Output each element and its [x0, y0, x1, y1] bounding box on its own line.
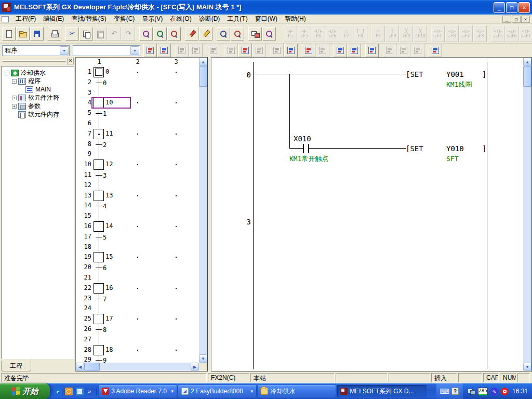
device-combo[interactable]: ▼: [73, 45, 140, 56]
write-mode-button[interactable]: [185, 27, 198, 41]
menu-1[interactable]: 工程(F): [12, 14, 39, 24]
menu-9[interactable]: 窗口(W): [251, 14, 281, 24]
scheduler-icon[interactable]: [65, 388, 73, 395]
menu-4[interactable]: 变换(C): [110, 14, 139, 24]
open-project-button[interactable]: [16, 27, 30, 41]
sfc-scroll-down-icon[interactable]: ▼: [199, 354, 207, 363]
window-jump-2-button[interactable]: [348, 44, 361, 57]
instruction-find-button[interactable]: [167, 27, 181, 41]
taskbar-task-1[interactable]: 3 Adobe Reader 7.0▾: [99, 385, 177, 397]
print-button[interactable]: [48, 27, 61, 41]
monitor-display-button[interactable]: [429, 44, 442, 57]
mdi-minimize-button[interactable]: _: [502, 16, 511, 23]
tree-expander-icon[interactable]: +: [12, 96, 17, 100]
sfc-step[interactable]: [94, 221, 104, 232]
mdi-child-icon[interactable]: [2, 16, 9, 22]
internet-explorer-icon[interactable]: e: [54, 388, 62, 395]
sfc-step[interactable]: [94, 345, 104, 355]
sfc-diagram[interactable]: 1231020341051671182910121131213131441516…: [76, 58, 199, 363]
minimize-button[interactable]: _: [494, 2, 505, 13]
menu-6[interactable]: 在线(O): [166, 14, 195, 24]
mdi-restore-button[interactable]: ❐: [512, 16, 521, 23]
program-find-button[interactable]: [139, 27, 153, 41]
tree-item-4[interactable]: +软元件注释: [3, 94, 73, 102]
sfc-transition[interactable]: [96, 268, 102, 268]
menu-5[interactable]: 显示(V): [138, 14, 166, 24]
sfc-scroll-up-icon[interactable]: ▲: [199, 58, 207, 66]
sfc-transition[interactable]: [96, 237, 102, 237]
sfc-step[interactable]: [94, 314, 104, 324]
time-display-button[interactable]: [284, 44, 298, 57]
device-display-button[interactable]: [217, 27, 230, 41]
tree-item-2[interactable]: -程序: [3, 77, 73, 85]
sfc-transition[interactable]: [96, 83, 102, 83]
panel-grip[interactable]: [3, 60, 65, 62]
start-button[interactable]: 开始: [0, 383, 50, 399]
monitor-clock-button[interactable]: [365, 44, 379, 57]
sfc-hscroll-track[interactable]: [84, 363, 191, 371]
counter-tray-icon[interactable]: 285: [478, 388, 488, 395]
mdi-close-button[interactable]: ✕: [521, 16, 530, 23]
copy-button[interactable]: [79, 27, 93, 41]
taskbar-task-3[interactable]: 冷却供水: [258, 385, 336, 397]
sfc-tree-view-button[interactable]: [157, 44, 171, 57]
cut-button[interactable]: ✂: [65, 27, 79, 41]
sfc-hscroll-thumb[interactable]: [84, 363, 100, 371]
menu-2[interactable]: 编辑(E): [39, 14, 68, 24]
close-button[interactable]: ✕: [518, 2, 530, 13]
sfc-vscroll-thumb[interactable]: [199, 66, 207, 87]
circuit-find-button[interactable]: [262, 27, 276, 41]
ladder-vscroll-thumb[interactable]: [523, 66, 531, 87]
sound-wave-icon[interactable]: [490, 388, 498, 395]
tree-item-5[interactable]: +参数: [3, 102, 73, 110]
chevron-down-icon[interactable]: ▼: [60, 46, 69, 55]
chevron-down-icon[interactable]: ▼: [130, 46, 139, 55]
sfc-step[interactable]: [94, 159, 104, 170]
red-status-icon[interactable]: [501, 388, 509, 395]
sfc-initial-step[interactable]: [94, 67, 104, 77]
sfc-transition[interactable]: [96, 299, 102, 299]
sfc-step[interactable]: [94, 283, 104, 294]
ladder-vscroll-track[interactable]: [523, 66, 531, 363]
tree-item-1[interactable]: -冷却供水: [3, 69, 73, 77]
data-type-combo[interactable]: 程序 ▼: [2, 45, 70, 56]
chevron-more-icon[interactable]: »: [87, 388, 92, 394]
taskbar-task-2[interactable]: 2 EasyBuilder8000▾: [178, 385, 256, 397]
sfc-step[interactable]: [94, 252, 104, 262]
tree-expander-icon[interactable]: -: [12, 79, 17, 84]
chevron-down-icon[interactable]: ▾: [171, 389, 174, 394]
panel-close-icon[interactable]: ✕: [67, 58, 74, 64]
sfc-scroll-right-icon[interactable]: ▶: [191, 363, 199, 371]
menu-8[interactable]: 工具(T): [223, 14, 251, 24]
tree-expander-icon[interactable]: -: [5, 71, 9, 75]
sfc-step[interactable]: [94, 129, 104, 139]
sfc-transition[interactable]: [96, 113, 102, 114]
sfc-scroll-left-icon[interactable]: ◀: [76, 363, 84, 371]
tab-project[interactable]: 工程: [1, 361, 31, 371]
save-project-button[interactable]: [30, 27, 44, 41]
device-find-button[interactable]: [153, 27, 167, 41]
ladder-diagram[interactable]: 0[SETY001]KM1线圈X010[SETY010]SFTKM1常开触点3: [211, 58, 523, 371]
sfc-transition[interactable]: [96, 360, 102, 361]
ladder-transfer-button[interactable]: [248, 27, 262, 41]
chevron-down-icon[interactable]: ▾: [251, 389, 254, 394]
tree-expander-icon[interactable]: +: [12, 104, 17, 109]
network-icon[interactable]: [468, 388, 475, 395]
sfc-transition[interactable]: [96, 206, 102, 206]
show-desktop-icon[interactable]: [76, 388, 84, 395]
tree-item-3[interactable]: MAIN: [3, 85, 73, 94]
tree-item-6[interactable]: 软元件内存: [3, 110, 73, 118]
menu-10[interactable]: 帮助(H): [281, 14, 310, 24]
menu-7[interactable]: 诊断(D): [195, 14, 224, 24]
menu-3[interactable]: 查找/替换(S): [68, 14, 110, 24]
sfc-step[interactable]: [94, 191, 104, 201]
ladder-scroll-up-icon[interactable]: ▲: [523, 58, 531, 66]
window-jump-1-button[interactable]: [334, 44, 347, 57]
language-help-icon[interactable]: ?: [451, 388, 459, 395]
stamp-button[interactable]: [302, 44, 315, 57]
keyboard-icon[interactable]: ⌨: [440, 388, 449, 395]
sfc-zoom-write-button[interactable]: [238, 44, 252, 57]
device-batch-button[interactable]: [231, 27, 244, 41]
comment-edit-button[interactable]: [143, 44, 157, 57]
sfc-transition[interactable]: [96, 144, 102, 145]
